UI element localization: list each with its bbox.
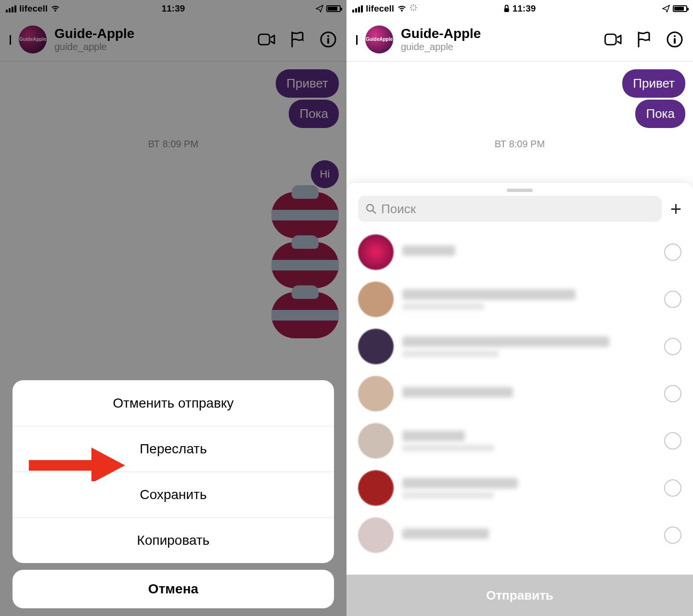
contact-label [402,289,655,310]
svg-point-17 [674,35,676,37]
contact-label [402,478,655,499]
location-icon [662,5,670,13]
status-time: 11:39 [513,3,536,14]
action-sheet: Отменить отправку Переслать Сохранить Ко… [13,380,334,608]
unsend-action[interactable]: Отменить отправку [13,380,334,426]
wifi-icon [397,5,407,13]
contact-avatar [358,282,394,317]
select-radio[interactable] [664,338,681,355]
contact-avatar [358,234,394,270]
contact-row[interactable] [346,229,693,276]
search-icon [366,204,376,214]
loading-icon [410,3,417,14]
select-radio[interactable] [664,385,681,402]
search-input[interactable]: Поиск [358,196,662,222]
select-radio[interactable] [664,432,681,449]
contact-avatar [358,517,394,553]
contact-avatar [358,423,394,459]
select-radio[interactable] [664,291,681,308]
search-placeholder: Поиск [381,202,416,217]
svg-line-11 [415,9,416,10]
message-bubble[interactable]: Пока [635,100,685,128]
contact-row[interactable] [346,323,693,370]
avatar[interactable]: GuideApple [365,26,393,53]
battery-icon [673,5,687,12]
flag-icon[interactable] [635,31,653,48]
contact-label [402,431,655,451]
svg-rect-18 [674,38,676,44]
select-radio[interactable] [664,479,681,497]
svg-line-12 [411,9,412,10]
select-radio[interactable] [664,526,681,544]
screen-left: lifecell 11:39 GuideApple Guide-Apple gu… [0,0,346,616]
send-button[interactable]: Отправить [346,575,693,616]
lock-icon [504,5,510,13]
info-icon[interactable] [666,31,683,48]
contact-row[interactable] [346,417,693,464]
sheet-grabber[interactable] [507,189,533,192]
contact-row[interactable] [346,464,693,512]
select-radio[interactable] [664,244,681,261]
save-action[interactable]: Сохранить [13,472,334,517]
contact-avatar [358,329,394,364]
chat-title: Guide-Apple [401,26,481,41]
svg-rect-14 [504,8,509,12]
copy-action[interactable]: Копировать [13,517,334,563]
contact-row[interactable] [346,370,693,417]
carrier-label: lifecell [366,3,394,14]
contact-row[interactable] [346,276,693,323]
chat-username: guide_apple [401,41,481,52]
signal-icon [352,5,363,13]
back-button[interactable] [356,35,358,44]
chat-header: GuideApple Guide-Apple guide_apple [346,17,693,62]
svg-rect-15 [605,34,616,45]
cancel-action[interactable]: Отмена [13,570,334,608]
contact-label [402,336,655,357]
status-bar: lifecell 11:39 [346,0,693,17]
share-sheet: Поиск + Отправить [346,183,693,616]
svg-line-20 [372,210,375,213]
screen-right: lifecell 11:39 GuideApple Guide-Apple [346,0,693,616]
contact-label [402,245,655,259]
timestamp: ВТ 8:09 PM [354,139,685,150]
contact-label [402,528,655,542]
contact-avatar [358,376,394,411]
contact-avatar [358,470,394,506]
message-bubble[interactable]: Привет [622,69,685,98]
contact-row[interactable] [346,512,693,559]
svg-line-10 [411,5,412,6]
new-group-button[interactable]: + [670,199,681,218]
video-call-icon[interactable] [604,31,622,48]
forward-action[interactable]: Переслать [13,426,334,472]
contact-label [402,387,655,401]
svg-line-13 [415,5,416,6]
